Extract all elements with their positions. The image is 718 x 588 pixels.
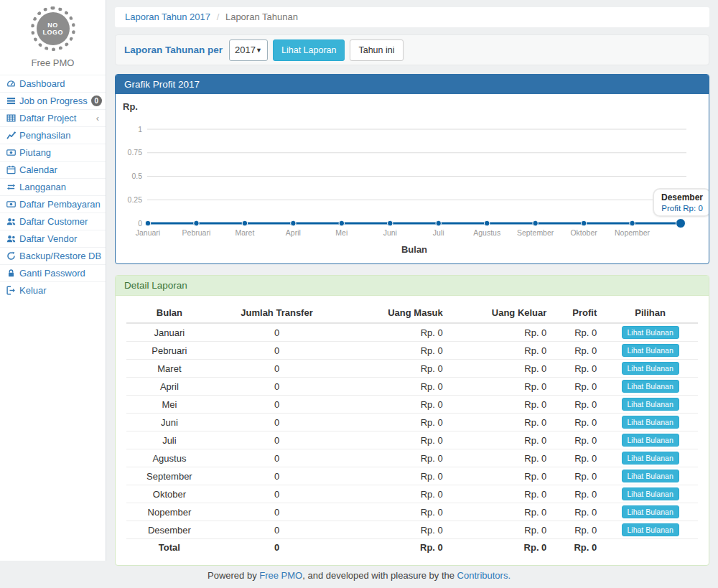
cell-bulan: Nopember <box>126 503 213 521</box>
cell-uang-keluar: Rp. 0 <box>449 342 553 360</box>
cell-uang-keluar: Rp. 0 <box>449 449 553 467</box>
lihat-bulanan-button[interactable]: Lihat Bulanan <box>622 416 679 429</box>
sidebar-item-label: Ganti Password <box>19 268 85 279</box>
cell-uang-masuk: Rp. 0 <box>341 360 449 378</box>
sidebar-item-label: Langganan <box>19 182 66 192</box>
tooltip-value: Profit Rp: 0 <box>661 204 703 213</box>
sidebar-item-calendar[interactable]: Calendar <box>0 161 106 178</box>
sidebar-item-langganan[interactable]: Langganan <box>0 178 106 195</box>
sidebar-item-daftar-project[interactable]: Daftar Project‹ <box>0 109 106 126</box>
app-logo: NO LOGO <box>31 6 75 51</box>
profit-line-chart: Rp.00.250.50.751JanuariPebruariMaretApri… <box>116 94 709 263</box>
cell-jumlah-transfer: 0 <box>213 539 341 556</box>
sidebar-item-dashboard[interactable]: Dashboard <box>0 75 106 92</box>
sidebar-item-keluar[interactable]: Keluar <box>0 281 106 299</box>
lihat-bulanan-button[interactable]: Lihat Bulanan <box>622 452 679 465</box>
footer-text-prefix: Powered by <box>208 570 259 581</box>
lihat-laporan-button[interactable]: Lihat Laporan <box>273 39 345 61</box>
sidebar-item-daftar-pembayaran[interactable]: Daftar Pembayaran <box>0 195 106 213</box>
table-row: Nopember0Rp. 0Rp. 0Rp. 0Lihat Bulanan <box>126 503 698 521</box>
cell-jumlah-transfer: 0 <box>213 449 341 467</box>
cell-uang-keluar: Rp. 0 <box>449 431 553 449</box>
cell-uang-masuk: Rp. 0 <box>341 485 449 503</box>
lihat-bulanan-button[interactable]: Lihat Bulanan <box>622 344 679 357</box>
svg-text:0.25: 0.25 <box>128 195 143 204</box>
cell-jumlah-transfer: 0 <box>213 378 341 396</box>
cell-uang-masuk: Rp. 0 <box>341 323 449 342</box>
sidebar-menu: DashboardJob on Progress0Daftar Project‹… <box>0 75 106 299</box>
chart-tooltip: Desember Profit Rp: 0 <box>653 188 709 217</box>
cell-profit: Rp. 0 <box>552 414 602 431</box>
sidebar-item-ganti-password[interactable]: Ganti Password <box>0 264 106 281</box>
svg-text:Oktober: Oktober <box>570 228 597 237</box>
table-row: April0Rp. 0Rp. 0Rp. 0Lihat Bulanan <box>126 378 698 396</box>
cell-uang-masuk: Rp. 0 <box>341 503 449 521</box>
lihat-bulanan-button[interactable]: Lihat Bulanan <box>622 362 679 375</box>
cell-jumlah-transfer: 0 <box>213 485 341 503</box>
sidebar-item-label: Daftar Customer <box>19 216 88 227</box>
breadcrumb-current: Laporan Tahunan <box>225 11 298 22</box>
cell-uang-masuk: Rp. 0 <box>341 431 449 449</box>
lihat-bulanan-button[interactable]: Lihat Bulanan <box>622 398 679 411</box>
cell-uang-masuk: Rp. 0 <box>341 449 449 467</box>
column-header-pilihan: Pilihan <box>602 303 698 323</box>
cell-profit: Rp. 0 <box>552 539 602 556</box>
lock-icon <box>6 269 16 278</box>
cell-profit: Rp. 0 <box>552 342 602 360</box>
lihat-bulanan-button[interactable]: Lihat Bulanan <box>622 523 679 536</box>
svg-text:Agustus: Agustus <box>473 228 500 237</box>
sidebar-item-daftar-vendor[interactable]: Daftar Vendor <box>0 230 106 247</box>
svg-text:Juni: Juni <box>383 228 397 237</box>
svg-text:Maret: Maret <box>235 228 254 237</box>
cell-bulan: September <box>126 467 213 485</box>
cell-bulan: Oktober <box>126 485 213 503</box>
cell-jumlah-transfer: 0 <box>213 467 341 485</box>
lihat-bulanan-button[interactable]: Lihat Bulanan <box>622 380 679 393</box>
table-row: Januari0Rp. 0Rp. 0Rp. 0Lihat Bulanan <box>126 323 698 342</box>
tahun-ini-button[interactable]: Tahun ini <box>350 39 403 61</box>
cell-profit: Rp. 0 <box>552 485 602 503</box>
year-select[interactable]: 2017 ▼ <box>229 39 268 61</box>
cell-profit: Rp. 0 <box>552 360 602 378</box>
lihat-bulanan-button[interactable]: Lihat Bulanan <box>622 505 679 518</box>
cell-uang-keluar: Rp. 0 <box>449 360 553 378</box>
column-header-uang-masuk: Uang Masuk <box>341 303 449 323</box>
logo-text: NO LOGO <box>43 22 63 36</box>
sidebar-item-penghasilan[interactable]: Penghasilan <box>0 126 106 144</box>
sidebar-item-job-on-progress[interactable]: Job on Progress0 <box>0 92 106 109</box>
cell-uang-keluar: Rp. 0 <box>449 521 553 539</box>
table-row: Juli0Rp. 0Rp. 0Rp. 0Lihat Bulanan <box>126 431 698 449</box>
cell-jumlah-transfer: 0 <box>213 360 341 378</box>
cell-bulan: Desember <box>126 521 213 539</box>
lihat-bulanan-button[interactable]: Lihat Bulanan <box>622 434 679 447</box>
sidebar-item-label: Daftar Project <box>19 113 76 123</box>
contributors-link[interactable]: Contributors. <box>457 570 510 581</box>
calendar-icon <box>6 165 16 174</box>
table-row: Juni0Rp. 0Rp. 0Rp. 0Lihat Bulanan <box>126 414 698 431</box>
free-pmo-link[interactable]: Free PMO <box>259 570 302 581</box>
cell-bulan: Juli <box>126 431 213 449</box>
cell-uang-masuk: Rp. 0 <box>341 414 449 431</box>
cell-profit: Rp. 0 <box>552 449 602 467</box>
cell-uang-masuk: Rp. 0 <box>341 342 449 360</box>
lihat-bulanan-button[interactable]: Lihat Bulanan <box>622 326 679 339</box>
lihat-bulanan-button[interactable]: Lihat Bulanan <box>622 487 679 500</box>
sidebar-item-backup-restore-db[interactable]: Backup/Restore DB <box>0 247 106 264</box>
tasks-icon <box>6 96 16 106</box>
cell-jumlah-transfer: 0 <box>213 414 341 431</box>
cell-jumlah-transfer: 0 <box>213 431 341 449</box>
cell-jumlah-transfer: 0 <box>213 396 341 414</box>
chart-area: Rp.00.250.50.751JanuariPebruariMaretApri… <box>116 94 709 263</box>
chart-line-icon <box>6 131 16 140</box>
cell-profit: Rp. 0 <box>552 431 602 449</box>
caret-down-icon: ▼ <box>256 47 262 54</box>
table-total-row: Total0Rp. 0Rp. 0Rp. 0 <box>126 539 698 556</box>
breadcrumb-link-laporan-tahun[interactable]: Laporan Tahun 2017 <box>125 11 210 22</box>
main-content: Laporan Tahun 2017 / Laporan Tahunan Lap… <box>115 7 709 577</box>
svg-text:September: September <box>517 228 554 237</box>
cell-uang-masuk: Rp. 0 <box>341 467 449 485</box>
detail-panel: Detail Laporan BulanJumlah TransferUang … <box>115 275 709 566</box>
lihat-bulanan-button[interactable]: Lihat Bulanan <box>622 470 679 482</box>
sidebar-item-piutang[interactable]: Piutang <box>0 144 106 161</box>
sidebar-item-daftar-customer[interactable]: Daftar Customer <box>0 213 106 230</box>
